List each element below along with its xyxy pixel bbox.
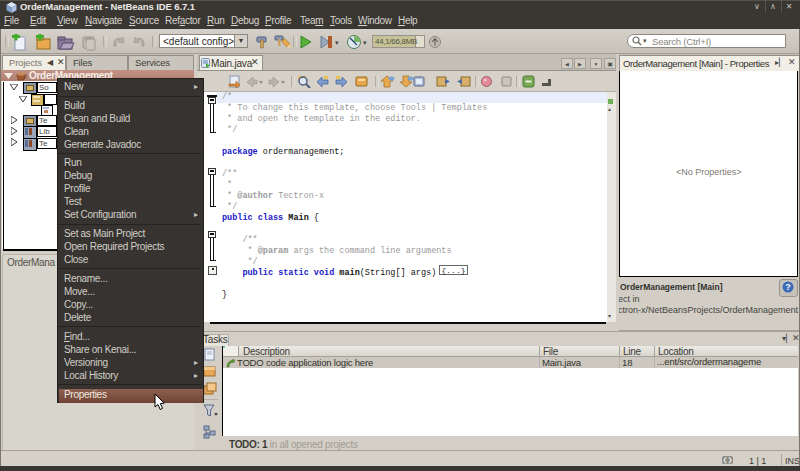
svg-text:?: ?: [785, 282, 791, 292]
